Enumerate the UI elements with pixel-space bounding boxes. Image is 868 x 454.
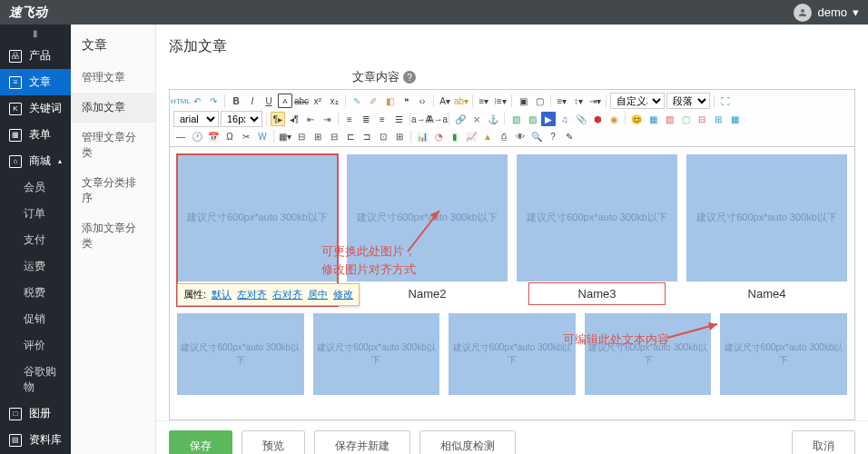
drafts-icon[interactable]: ✎ xyxy=(562,129,577,143)
cancel-button[interactable]: 取消 xyxy=(792,430,855,454)
print-icon[interactable]: ⎙ xyxy=(497,129,511,143)
subnav-管理文章[interactable]: 管理文章 xyxy=(71,63,155,93)
lineheight-icon[interactable]: ↕▾ xyxy=(571,94,586,108)
highlight-icon[interactable]: ✎ xyxy=(350,94,364,108)
para-select[interactable]: 段落格式 xyxy=(666,93,710,109)
italic-icon[interactable]: I xyxy=(245,94,260,108)
image2-icon[interactable]: ▨ xyxy=(525,112,539,126)
bar-icon[interactable]: ▮ xyxy=(448,129,462,143)
nav-item-资料库[interactable]: ▤资料库 xyxy=(0,427,71,453)
nav-item-商城[interactable]: ⌂商城▴ xyxy=(0,148,71,174)
anchor-icon[interactable]: ⚓ xyxy=(486,112,500,126)
area-icon[interactable]: ▲ xyxy=(480,129,495,143)
font-size-select[interactable]: 16px xyxy=(221,111,262,127)
special-icon[interactable]: ▦ xyxy=(646,112,660,126)
nav-sub-税费[interactable]: 税费 xyxy=(0,280,71,306)
insertcol-icon[interactable]: ⊏ xyxy=(343,129,358,143)
card-image-placeholder[interactable]: 建议尺寸600px*auto 300kb以下 xyxy=(177,154,338,281)
card-image-placeholder[interactable]: 建议尺寸600px*auto 300kb以下 xyxy=(177,313,304,395)
card-image-placeholder[interactable]: 建议尺寸600px*auto 300kb以下 xyxy=(686,154,847,281)
nav-item-表单[interactable]: ▦表单 xyxy=(0,122,71,148)
underline-icon[interactable]: U xyxy=(261,94,276,108)
card-image-placeholder[interactable]: 建议尺寸600px*auto 300kb以下 xyxy=(313,313,440,395)
date-icon[interactable]: 📅 xyxy=(206,129,221,143)
tolowercase-icon[interactable]: A→a xyxy=(430,112,445,126)
preview-icon[interactable]: 👁 xyxy=(513,129,528,143)
image-card[interactable]: 建议尺寸600px*auto 300kb以下Name4 xyxy=(686,154,847,306)
help2-icon[interactable]: ? xyxy=(546,129,560,143)
hr-icon[interactable]: — xyxy=(173,129,188,143)
scrawl-icon[interactable]: ▧ xyxy=(662,112,676,126)
unlink-icon[interactable]: ⤫ xyxy=(469,112,484,126)
image-icon[interactable]: ▧ xyxy=(508,112,523,126)
subnav-管理文章分类[interactable]: 管理文章分类 xyxy=(71,123,155,168)
chart-icon[interactable]: 📊 xyxy=(415,129,429,143)
card-name[interactable]: Name4 xyxy=(748,281,786,306)
code-icon[interactable]: ‹› xyxy=(415,94,429,108)
card-image-placeholder[interactable]: 建议尺寸600px*auto 300kb以下 xyxy=(347,154,508,281)
video-icon[interactable]: ▶ xyxy=(541,112,556,126)
merge-icon[interactable]: ⊡ xyxy=(376,129,390,143)
indent-icon[interactable]: ⇥▾ xyxy=(587,94,602,108)
snapscreen-icon[interactable]: ✂ xyxy=(239,129,253,143)
nav-sub-谷歌购物[interactable]: 谷歌购物 xyxy=(0,359,71,400)
rowspacing-icon[interactable]: ≡▾ xyxy=(555,94,569,108)
redo-icon[interactable]: ↷ xyxy=(206,94,221,108)
card-image-placeholder[interactable]: 建议尺寸600px*auto 300kb以下 xyxy=(449,313,576,395)
help-icon[interactable]: ? xyxy=(403,71,416,84)
nav-sub-运费[interactable]: 运费 xyxy=(0,253,71,280)
nav-sub-订单[interactable]: 订单 xyxy=(0,201,71,227)
eraser-icon[interactable]: ◧ xyxy=(382,94,397,108)
attr-left[interactable]: 左对齐 xyxy=(237,288,267,301)
insertrow-icon[interactable]: ⊞ xyxy=(311,129,325,143)
nav-sub-会员[interactable]: 会员 xyxy=(0,174,71,201)
delcol-icon[interactable]: ⊐ xyxy=(360,129,374,143)
selectall-icon[interactable]: ▣ xyxy=(516,94,530,108)
ol-icon[interactable]: ≡▾ xyxy=(477,94,491,108)
outdent-icon[interactable]: ⇤ xyxy=(303,112,318,126)
nav-sub-促销[interactable]: 促销 xyxy=(0,306,71,332)
clear-icon[interactable]: ▢ xyxy=(532,94,547,108)
gmap-icon[interactable]: ◉ xyxy=(607,112,621,126)
card-name[interactable]: Name2 xyxy=(409,281,447,306)
card-image-placeholder[interactable]: 建议尺寸600px*auto 300kb以下 xyxy=(517,154,677,281)
backcolor-icon[interactable]: ab▾ xyxy=(454,94,469,108)
wordimage-icon[interactable]: W xyxy=(255,129,270,143)
subnav-添加文章分类[interactable]: 添加文章分类 xyxy=(71,213,155,259)
card-image-placeholder[interactable]: 建议尺寸600px*auto 300kb以下 xyxy=(585,313,712,395)
undo-icon[interactable]: ↶ xyxy=(190,94,204,108)
music-icon[interactable]: ♫ xyxy=(557,112,572,126)
font-family-select[interactable]: arial xyxy=(173,111,219,127)
image-card-small[interactable]: 建议尺寸600px*auto 300kb以下 xyxy=(449,313,576,395)
nav-item-图册[interactable]: □图册 xyxy=(0,400,71,427)
align-left-icon[interactable]: ≡ xyxy=(342,112,357,126)
pagebreak-icon[interactable]: ⊟ xyxy=(695,112,709,126)
template-icon[interactable]: ⊞ xyxy=(711,112,725,126)
align-center-icon[interactable]: ≣ xyxy=(359,112,373,126)
delrow-icon[interactable]: ⊟ xyxy=(327,129,341,143)
preview-button[interactable]: 预览 xyxy=(242,430,305,454)
source-icon[interactable]: HTML xyxy=(173,94,188,108)
save-new-button[interactable]: 保存并新建 xyxy=(314,430,410,454)
card-image-placeholder[interactable]: 建议尺寸600px*auto 300kb以下 xyxy=(720,313,847,395)
nav-item-关键词[interactable]: K关键词 xyxy=(0,95,71,122)
fontborder-icon[interactable]: A xyxy=(278,94,292,108)
forecolor-icon[interactable]: A▾ xyxy=(438,94,452,108)
frame-icon[interactable]: ▢ xyxy=(678,112,693,126)
emoji-icon[interactable]: 😊 xyxy=(629,112,644,126)
dir-ltr-icon[interactable]: ¶▸ xyxy=(271,112,285,126)
strike-icon[interactable]: abc xyxy=(294,94,309,108)
align-justify-icon[interactable]: ☰ xyxy=(391,112,406,126)
pie-icon[interactable]: ◔ xyxy=(431,129,446,143)
bold-icon[interactable]: B xyxy=(229,94,243,108)
nav-item-产品[interactable]: 品产品 xyxy=(0,43,71,69)
nav-item-文章[interactable]: ≡文章 xyxy=(0,69,71,95)
editor-canvas[interactable]: 建议尺寸600px*auto 300kb以下Name1建议尺寸600px*aut… xyxy=(170,147,854,419)
brush-icon[interactable]: ✐ xyxy=(366,94,380,108)
table-icon[interactable]: ▦▾ xyxy=(278,129,292,143)
fullscreen-icon[interactable]: ⛶ xyxy=(718,94,733,108)
link-icon[interactable]: 🔗 xyxy=(453,112,468,126)
image-card-small[interactable]: 建议尺寸600px*auto 300kb以下 xyxy=(585,313,712,395)
spechars-icon[interactable]: Ω xyxy=(222,129,237,143)
dir-rtl-icon[interactable]: ◂¶ xyxy=(287,112,301,126)
